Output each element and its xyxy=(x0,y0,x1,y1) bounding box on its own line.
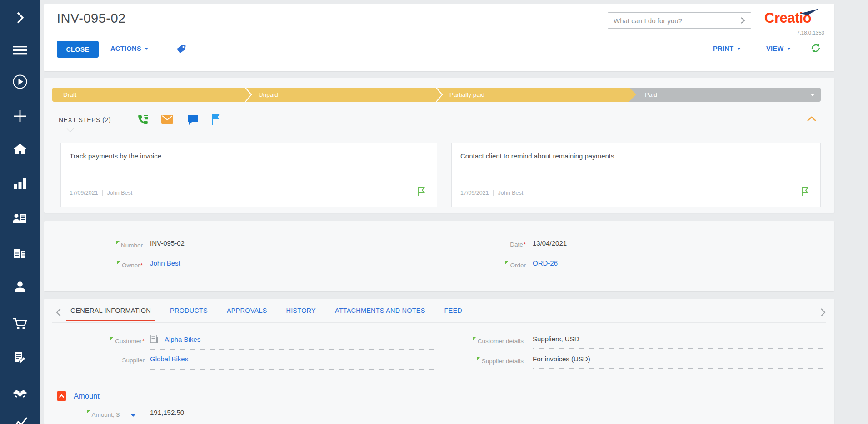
accounts-icon[interactable] xyxy=(12,211,28,227)
field-marker xyxy=(110,337,114,340)
tab-attachments-and-notes[interactable]: ATTACHMENTS AND NOTES xyxy=(335,307,425,321)
task-date: 17/09/2021 xyxy=(460,190,489,196)
assistant-search xyxy=(608,12,751,29)
amount-section-title[interactable]: Amount xyxy=(74,392,100,400)
call-icon[interactable] xyxy=(137,113,149,126)
supplier-details-field[interactable]: For invoices (USD) xyxy=(533,355,823,369)
supplier-label: Supplier xyxy=(62,357,145,364)
customer-field[interactable]: Alpha Bikes xyxy=(150,334,439,350)
task-owner: John Best xyxy=(493,190,524,196)
flag-outline-icon[interactable] xyxy=(417,187,426,197)
amount-dropdown-icon[interactable] xyxy=(126,411,135,419)
supplier-details-label: Supplier details xyxy=(433,357,524,365)
stage-partially-paid[interactable]: Partially paid xyxy=(439,88,629,102)
stage-bar: Draft Unpaid Partially paid Paid xyxy=(52,88,821,102)
tab-general-information[interactable]: GENERAL INFORMATION xyxy=(70,307,151,321)
orders-icon[interactable] xyxy=(12,316,28,332)
order-label: Order xyxy=(435,261,526,269)
activities-icon[interactable] xyxy=(12,415,28,424)
view-button[interactable]: VIEW xyxy=(766,45,791,52)
order-link[interactable]: ORD-26 xyxy=(533,259,558,267)
email-icon[interactable] xyxy=(161,113,173,126)
next-steps-title: NEXT STEPS (2) xyxy=(59,116,111,123)
date-field[interactable]: 13/04/2021 xyxy=(533,239,823,251)
field-marker xyxy=(87,410,90,414)
chat-icon[interactable] xyxy=(187,113,199,126)
close-button[interactable]: CLOSE xyxy=(57,41,99,58)
home-icon[interactable] xyxy=(12,141,28,158)
workflow-panel: Draft Unpaid Partially paid Paid NEXT ST… xyxy=(44,78,834,213)
owner-field[interactable]: John Best xyxy=(150,259,439,271)
customer-details-field[interactable]: Suppliers, USD xyxy=(533,335,823,349)
refresh-icon[interactable] xyxy=(810,42,822,56)
collapse-next-steps-icon[interactable] xyxy=(807,116,817,122)
chevron-down-icon xyxy=(145,48,148,50)
detail-tabs-panel: GENERAL INFORMATION PRODUCTS APPROVALS H… xyxy=(44,299,834,424)
stage-arrow xyxy=(629,88,636,101)
record-header-panel: INV-095-02 CLOSE ACTIONS PRINT VIEW Crea… xyxy=(44,4,834,71)
record-fields-panel: Number INV-095-02 Owner* John Best Date*… xyxy=(44,221,834,291)
stage-unpaid[interactable]: Unpaid xyxy=(248,88,439,102)
field-marker xyxy=(117,261,120,264)
add-icon[interactable] xyxy=(12,108,28,124)
flag-icon[interactable] xyxy=(211,113,223,126)
tab-products[interactable]: PRODUCTS xyxy=(170,307,208,321)
main-sidebar xyxy=(0,0,40,424)
divider xyxy=(52,129,826,129)
account-icon xyxy=(150,334,159,345)
stage-separator xyxy=(244,88,253,102)
amount-field[interactable]: 191,152.50 xyxy=(150,409,360,422)
analytics-icon[interactable] xyxy=(12,175,28,192)
tabs: GENERAL INFORMATION PRODUCTS APPROVALS H… xyxy=(70,307,462,321)
task-title: Track payments by the invoice xyxy=(70,152,161,160)
chevron-down-icon xyxy=(787,48,791,50)
tab-bar: GENERAL INFORMATION PRODUCTS APPROVALS H… xyxy=(52,302,826,323)
invoices-icon[interactable] xyxy=(12,350,28,366)
logo-arrow-icon xyxy=(799,8,820,17)
app-version: 7.18.0.1353 xyxy=(765,30,824,35)
number-label: Number xyxy=(62,241,143,249)
field-marker xyxy=(477,357,480,360)
search-input[interactable] xyxy=(608,17,735,25)
number-field[interactable]: INV-095-02 xyxy=(150,239,439,251)
organizations-icon[interactable] xyxy=(12,245,28,261)
task-title: Contact client to remind about remaining… xyxy=(460,152,614,160)
customer-details-label: Customer details xyxy=(433,337,524,345)
menu-icon[interactable] xyxy=(12,42,28,58)
order-field[interactable]: ORD-26 xyxy=(533,259,823,271)
owner-link[interactable]: John Best xyxy=(150,259,180,267)
chevron-down-icon xyxy=(737,48,741,50)
customer-link[interactable]: Alpha Bikes xyxy=(165,335,200,343)
supplier-link[interactable]: Global Bikes xyxy=(150,355,188,363)
next-step-card[interactable]: Track payments by the invoice 17/09/2021… xyxy=(60,143,437,207)
tab-feed[interactable]: FEED xyxy=(444,307,462,321)
creatio-invoice-page: { "app": { "search_placeholder": "What c… xyxy=(0,0,868,424)
print-button[interactable]: PRINT xyxy=(713,45,741,52)
run-process-icon[interactable] xyxy=(12,74,28,90)
tab-approvals[interactable]: APPROVALS xyxy=(227,307,267,321)
task-owner: John Best xyxy=(102,190,133,196)
page-title: INV-095-02 xyxy=(57,11,126,26)
stage-paid[interactable]: Paid xyxy=(629,88,821,102)
stage-dropdown-icon[interactable] xyxy=(810,94,815,96)
tag-icon[interactable] xyxy=(176,44,186,56)
field-marker xyxy=(505,261,509,264)
tabs-scroll-right-icon[interactable] xyxy=(820,308,827,317)
expand-icon[interactable] xyxy=(12,9,28,25)
amount-section-collapse-button[interactable] xyxy=(57,391,66,401)
stage-separator xyxy=(435,88,444,102)
actions-button[interactable]: ACTIONS xyxy=(110,45,148,52)
owner-label: Owner* xyxy=(62,261,143,269)
partners-icon[interactable] xyxy=(12,386,28,402)
next-step-card[interactable]: Contact client to remind about remaining… xyxy=(451,143,821,207)
stage-draft[interactable]: Draft xyxy=(52,88,248,102)
field-marker xyxy=(473,337,476,340)
contacts-icon[interactable] xyxy=(12,279,28,295)
task-meta: 17/09/2021John Best xyxy=(70,190,132,196)
tabs-scroll-left-icon[interactable] xyxy=(56,308,62,317)
flag-outline-icon[interactable] xyxy=(801,187,809,197)
supplier-field[interactable]: Global Bikes xyxy=(150,355,439,370)
tab-history[interactable]: HISTORY xyxy=(286,307,316,321)
amount-label: Amount, $ xyxy=(71,410,120,418)
search-submit-icon[interactable] xyxy=(735,13,751,28)
